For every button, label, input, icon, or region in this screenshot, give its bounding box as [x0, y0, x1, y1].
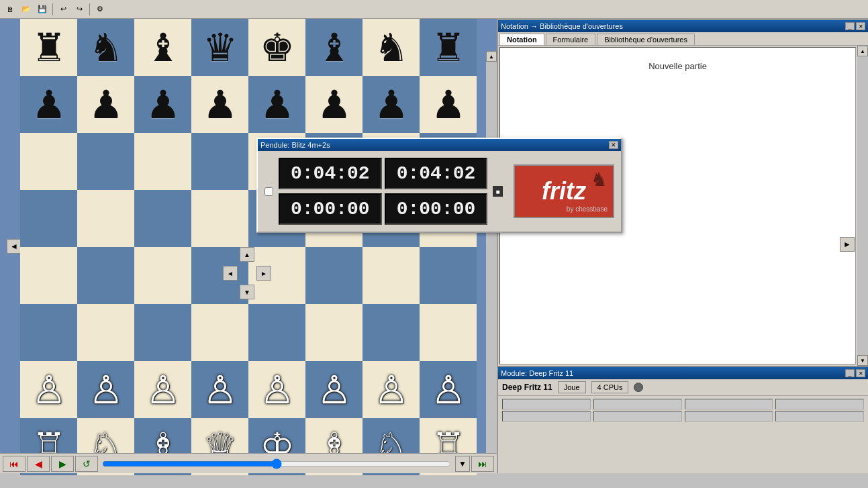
- square-5-5[interactable]: [305, 304, 363, 361]
- square-3-1[interactable]: [77, 190, 134, 247]
- square-3-2[interactable]: [134, 190, 191, 247]
- notation-side-arrow-right[interactable]: ►: [840, 237, 855, 252]
- module-close-btn[interactable]: ✕: [856, 369, 865, 377]
- fritz-logo-inner: ♞ fritz by chessbase: [515, 166, 613, 217]
- square-6-1[interactable]: ♙: [77, 361, 134, 418]
- board-nav-up[interactable]: ▲: [240, 247, 254, 262]
- nav-dropdown[interactable]: ▼: [455, 456, 470, 472]
- square-5-6[interactable]: [363, 304, 420, 361]
- progress-bar-4: [775, 399, 864, 409]
- square-6-2[interactable]: ♙: [134, 361, 191, 418]
- square-6-7[interactable]: ♙: [420, 361, 477, 418]
- main-container: ◄ ♜♞♝♛♚♝♞♜♟♟♟♟♟♟♟♟♙♙♙♙♙♙♙♙♖♘♗♕♔♗♘♖ ▲ ◄ ►…: [0, 19, 868, 473]
- notation-scroll-down[interactable]: ▼: [857, 355, 868, 366]
- nav-slider[interactable]: [102, 457, 451, 471]
- nav-first-btn[interactable]: ⏮: [3, 456, 26, 472]
- save-btn[interactable]: 💾: [35, 2, 50, 17]
- square-5-2[interactable]: [134, 304, 191, 361]
- square-1-7[interactable]: ♟: [420, 76, 477, 133]
- board-nav-down[interactable]: ▼: [240, 285, 254, 299]
- square-4-1[interactable]: [77, 247, 134, 304]
- square-0-0[interactable]: ♜: [20, 19, 77, 76]
- square-5-0[interactable]: [20, 304, 77, 361]
- square-4-2[interactable]: [134, 247, 191, 304]
- square-4-5[interactable]: [305, 247, 363, 304]
- module-titlebar: Module: Deep Fritz 11 _ ✕: [498, 367, 868, 379]
- square-4-6[interactable]: [363, 247, 420, 304]
- square-0-3[interactable]: ♛: [191, 19, 248, 76]
- square-4-7[interactable]: [420, 247, 477, 304]
- tab-formulaire[interactable]: Formulaire: [546, 34, 596, 45]
- square-6-0[interactable]: ♙: [20, 361, 77, 418]
- square-1-1[interactable]: ♟: [77, 76, 134, 133]
- square-5-1[interactable]: [77, 304, 134, 361]
- settings-btn[interactable]: ⚙: [93, 2, 107, 17]
- joue-btn[interactable]: Joue: [558, 381, 586, 393]
- fritz-brand-text: fritz: [542, 177, 586, 205]
- square-6-3[interactable]: ♙: [191, 361, 248, 418]
- right-panel: Notation → Bibliothèque d'ouvertures _ ✕…: [497, 19, 868, 473]
- new-btn[interactable]: 🗎: [3, 2, 17, 17]
- clock-dialog-close[interactable]: ✕: [609, 141, 618, 149]
- notation-scroll-up[interactable]: ▲: [857, 46, 868, 56]
- square-2-0[interactable]: [20, 133, 77, 190]
- module-minimize-btn[interactable]: _: [845, 369, 855, 377]
- square-5-4[interactable]: [248, 304, 305, 361]
- square-6-5[interactable]: ♙: [305, 361, 363, 418]
- square-0-7[interactable]: ♜: [420, 19, 477, 76]
- redo-btn[interactable]: ↪: [72, 2, 87, 17]
- square-1-4[interactable]: ♟: [248, 76, 305, 133]
- tab-bibliotheque[interactable]: Bibliothèque d'ouvertures: [597, 34, 695, 45]
- square-3-3[interactable]: [191, 190, 248, 247]
- square-4-0[interactable]: [20, 247, 77, 304]
- notation-minimize-btn[interactable]: _: [845, 22, 855, 30]
- clock-checkbox-input[interactable]: [264, 187, 273, 196]
- square-2-1[interactable]: [77, 133, 134, 190]
- fritz-sub-text: by chessbase: [567, 205, 608, 213]
- nav-prev-btn[interactable]: ◀: [27, 456, 50, 472]
- square-1-6[interactable]: ♟: [363, 76, 420, 133]
- progress-bar-8: [775, 411, 864, 422]
- undo-btn[interactable]: ↩: [56, 2, 70, 17]
- side-arrow-left[interactable]: ◄: [7, 239, 21, 254]
- square-6-6[interactable]: ♙: [363, 361, 420, 418]
- module-titlebar-btns: _ ✕: [845, 369, 865, 377]
- square-0-2[interactable]: ♝: [134, 19, 191, 76]
- board-scroll-right: ▲: [486, 51, 497, 453]
- square-1-5[interactable]: ♟: [305, 76, 363, 133]
- square-0-6[interactable]: ♞: [363, 19, 420, 76]
- square-6-4[interactable]: ♙: [248, 361, 305, 418]
- square-5-3[interactable]: [191, 304, 248, 361]
- nav-flip-btn[interactable]: ↺: [75, 456, 98, 472]
- nav-last-btn[interactable]: ⏭: [471, 456, 494, 472]
- square-0-5[interactable]: ♝: [305, 19, 363, 76]
- square-5-7[interactable]: [420, 304, 477, 361]
- board-nav-left[interactable]: ◄: [223, 266, 238, 281]
- clock-row-top: 0:04:02 0:04:02: [279, 158, 487, 189]
- square-1-3[interactable]: ♟: [191, 76, 248, 133]
- module-panel: Module: Deep Fritz 11 _ ✕ Deep Fritz 11 …: [497, 366, 868, 473]
- square-0-1[interactable]: ♞: [77, 19, 134, 76]
- status-indicator: [634, 383, 643, 392]
- nouvelle-partie-label: Nouvelle partie: [507, 54, 849, 78]
- square-1-2[interactable]: ♟: [134, 76, 191, 133]
- nav-next-btn[interactable]: ▶: [51, 456, 74, 472]
- board-scroll-up-btn[interactable]: ▲: [486, 51, 497, 62]
- square-2-3[interactable]: [191, 133, 248, 190]
- tab-notation[interactable]: Notation: [499, 34, 544, 45]
- module-progress-row-1: [502, 399, 864, 409]
- board-nav-right[interactable]: ►: [256, 266, 271, 281]
- square-3-0[interactable]: [20, 190, 77, 247]
- clock-checkbox[interactable]: [264, 187, 273, 196]
- clock-dialog-content: 0:04:02 0:04:02 0:00:00 0:00:00 ■ ♞ frit…: [258, 151, 621, 232]
- open-btn[interactable]: 📂: [19, 2, 34, 17]
- module-progress-row-2: [502, 411, 864, 422]
- square-0-4[interactable]: ♚: [248, 19, 305, 76]
- square-2-2[interactable]: [134, 133, 191, 190]
- cpus-btn[interactable]: 4 CPUs: [591, 381, 629, 393]
- fritz-chess-icon: ♞: [591, 168, 608, 191]
- clock-dialog-title: Pendule: Blitz 4m+2s: [260, 141, 609, 149]
- notation-close-btn[interactable]: ✕: [856, 22, 865, 30]
- square-1-0[interactable]: ♟: [20, 76, 77, 133]
- clock-player2-top: 0:04:02: [385, 158, 488, 189]
